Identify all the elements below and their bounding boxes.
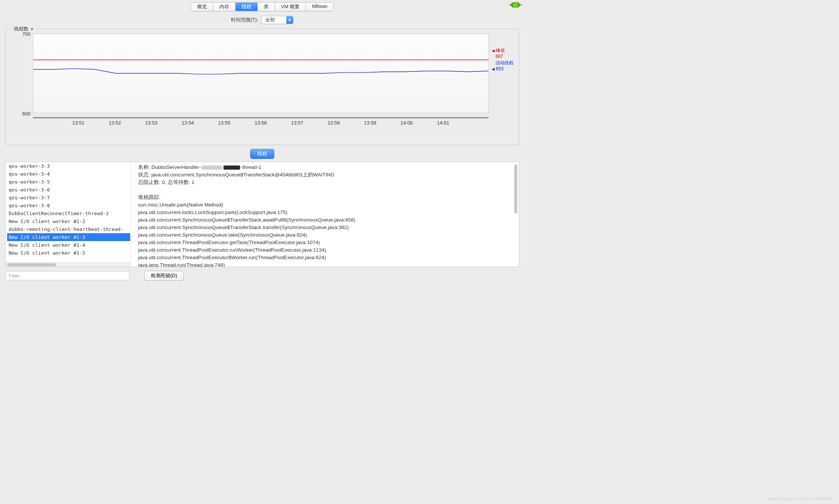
time-range-select[interactable]: 全部 xyxy=(261,16,293,24)
stack-frame: java.lang.Thread.run(Thread.java:748) xyxy=(138,261,516,267)
y-axis: 700 600 xyxy=(9,32,33,141)
detail-name: 名称: DubboServerHandler--thread-1 xyxy=(138,164,516,171)
x-tick: 13:52 xyxy=(109,120,121,126)
filter-input[interactable] xyxy=(5,271,129,280)
stack-frame: java.util.concurrent.SynchronousQueue$Tr… xyxy=(138,224,516,231)
x-tick: 13:53 xyxy=(145,120,158,126)
detect-deadlock-button[interactable]: 检测死锁(D) xyxy=(144,271,184,281)
x-tick: 13:59 xyxy=(364,120,377,126)
thread-details-panel: qos-worker-3-3qos-worker-3-4qos-worker-3… xyxy=(5,162,519,267)
thread-chart-panel: 线程数 ▼ 700 600 13:5113:5213:5313:5413:551… xyxy=(5,29,519,145)
legend-active-label: 活动线程 xyxy=(495,60,514,65)
thread-list-horizontal-scrollbar[interactable] xyxy=(6,262,130,267)
detail-vertical-scrollbar[interactable] xyxy=(514,164,517,213)
chart-plot-area[interactable] xyxy=(33,33,489,113)
y-tick: 600 xyxy=(22,111,30,117)
legend-peak-arrow-icon: ◀ xyxy=(492,49,495,53)
thread-detail-column: 名称: DubboServerHandler--thread-1 状态: jav… xyxy=(131,162,519,267)
thread-list[interactable]: qos-worker-3-3qos-worker-3-4qos-worker-3… xyxy=(6,162,130,262)
threads-refresh-button[interactable]: 线程 xyxy=(250,149,274,159)
stack-frame: java.util.concurrent.SynchronousQueue.ta… xyxy=(138,231,516,239)
x-tick: 13:51 xyxy=(72,120,85,126)
tab-overview[interactable]: 概览 xyxy=(191,3,213,11)
thread-list-column: qos-worker-3-3qos-worker-3-4qos-worker-3… xyxy=(6,162,131,267)
thread-list-item[interactable]: qos-worker-3-7 xyxy=(7,194,130,202)
redacted-segment xyxy=(202,165,222,170)
stack-frame: java.util.concurrent.locks.LockSupport.p… xyxy=(138,209,516,216)
tab-classes[interactable]: 类 xyxy=(258,3,275,11)
thread-list-item[interactable]: New I/O client worker #1-4 xyxy=(7,241,130,249)
time-range-row: 时间范围(T): 全部 xyxy=(0,11,524,29)
legend-active-value: 653 xyxy=(496,66,503,71)
detail-state: 状态: java.util.concurrent.SynchronousQueu… xyxy=(138,171,516,179)
chevron-down-icon: ▼ xyxy=(30,27,34,31)
chart-svg xyxy=(33,34,488,113)
thread-list-item[interactable]: qos-worker-3-5 xyxy=(7,178,130,186)
legend-active-arrow-icon: ◀ xyxy=(492,67,495,71)
top-tab-bar: 概览 内存 线程 类 VM 概要 MBean xyxy=(0,0,524,11)
thread-list-item[interactable]: DubboClientReconnectTimer-thread-2 xyxy=(7,209,130,217)
time-range-label: 时间范围(T): xyxy=(231,17,258,23)
detail-counts: 总阻止数: 0, 总等待数: 1 xyxy=(138,179,516,186)
tab-mbean[interactable]: MBean xyxy=(306,3,333,11)
x-tick: 13:55 xyxy=(218,120,231,126)
time-range-value: 全部 xyxy=(261,16,286,24)
thread-list-item[interactable]: New I/O client worker #1-5 xyxy=(7,249,130,257)
x-tick: 14:00 xyxy=(401,120,413,126)
x-axis-baseline xyxy=(33,117,489,118)
thread-list-item[interactable]: qos-worker-3-3 xyxy=(7,162,130,170)
x-tick: 13:57 xyxy=(291,120,304,126)
tab-group: 概览 内存 线程 类 VM 概要 MBean xyxy=(191,2,334,11)
thread-list-item[interactable]: qos-worker-3-8 xyxy=(7,202,130,209)
x-tick: 14:01 xyxy=(437,120,450,126)
redacted-segment xyxy=(223,165,240,170)
detail-stack-header: 堆栈跟踪: xyxy=(138,194,516,201)
stack-frame: java.util.concurrent.ThreadPoolExecutor.… xyxy=(138,246,516,254)
legend-peak-label: 峰值 xyxy=(496,48,505,53)
y-tick: 700 xyxy=(22,31,30,37)
connection-status-icon[interactable] xyxy=(511,2,520,8)
thread-list-item[interactable]: qos-worker-3-4 xyxy=(7,170,130,178)
thread-list-item[interactable]: New I/O client worker #1-2 xyxy=(7,217,130,225)
x-tick: 13:54 xyxy=(182,120,194,126)
stack-frame: sun.misc.Unsafe.park(Native Method) xyxy=(138,201,516,209)
tab-vm-summary[interactable]: VM 概要 xyxy=(275,3,306,11)
thread-list-item[interactable]: qos-worker-3-6 xyxy=(7,186,130,194)
thread-list-item[interactable]: dubbo-remoting-client-heartbeat-thread- xyxy=(7,225,130,233)
x-tick: 13:56 xyxy=(255,120,267,126)
chart-legend: ◀ 峰值 667 活动线程 ◀ 653 xyxy=(492,48,515,72)
tab-memory[interactable]: 内存 xyxy=(213,3,236,11)
thread-list-item[interactable]: New I/O client worker #1-3 xyxy=(7,233,130,241)
stack-frame: java.util.concurrent.ThreadPoolExecutor.… xyxy=(138,239,516,246)
select-arrows-icon xyxy=(286,16,293,24)
x-axis-ticks: 13:5113:5213:5313:5413:5513:5613:5713:58… xyxy=(33,120,489,128)
x-tick: 13:58 xyxy=(328,120,340,126)
stack-frame: java.util.concurrent.ThreadPoolExecutor$… xyxy=(138,254,516,261)
legend-peak-value: 667 xyxy=(495,54,503,59)
stack-frame: java.util.concurrent.SynchronousQueue$Tr… xyxy=(138,216,516,224)
